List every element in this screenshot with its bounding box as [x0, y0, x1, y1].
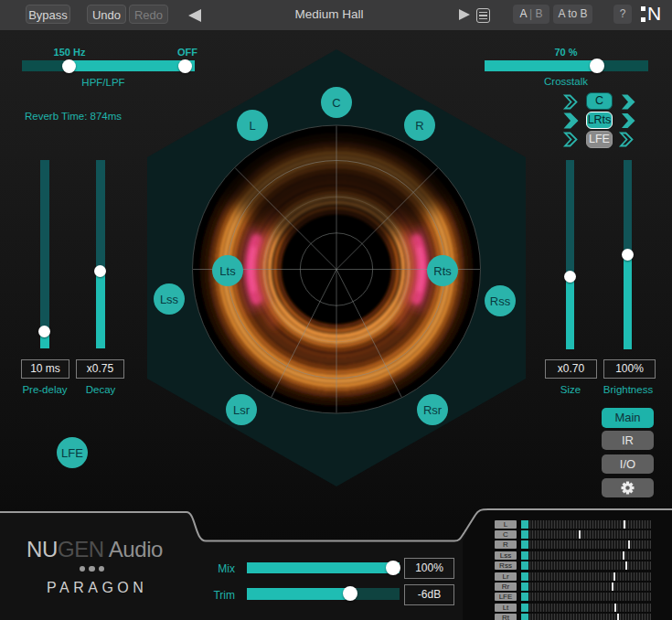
svg-text:Lss: Lss — [160, 293, 179, 306]
svg-text:L: L — [249, 119, 255, 133]
svg-text:LFE: LFE — [61, 446, 83, 460]
svg-text:Lsr: Lsr — [233, 403, 251, 417]
svg-text:Rsr: Rsr — [423, 403, 443, 417]
svg-text:R: R — [415, 119, 423, 133]
svg-text:Lts: Lts — [219, 264, 236, 278]
svg-text:Rts: Rts — [433, 264, 452, 278]
svg-text:C: C — [332, 96, 340, 110]
svg-text:Rss: Rss — [490, 294, 511, 308]
